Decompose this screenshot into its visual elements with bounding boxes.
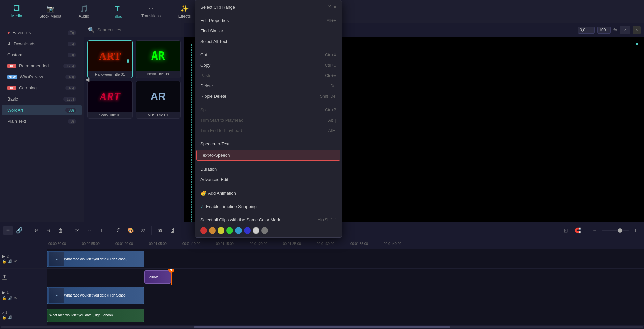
scrollbar-thumb[interactable] [194, 326, 450, 328]
menu-sep-8 [195, 213, 342, 213]
split-shortcut: Ctrl+B [325, 108, 336, 112]
halloween-art-text: ART [99, 50, 121, 62]
audio-mix-button[interactable]: 🎛 [167, 225, 177, 236]
vhs-art-text: AR [150, 90, 166, 103]
downloads-count: (5) [68, 42, 76, 46]
split-label: Split [200, 107, 209, 112]
title-text-button[interactable]: T [97, 225, 107, 236]
prev-arrow-icon[interactable]: ◀ [85, 76, 89, 83]
nav-titles[interactable]: T Titles [104, 2, 131, 22]
ripple-button[interactable]: ⌁ [85, 225, 95, 236]
cut-shortcut: Ctrl+X [325, 53, 336, 57]
nav-audio[interactable]: 🎵 Audio [70, 2, 97, 22]
adjust-button[interactable]: ⚖ [138, 225, 148, 236]
cut-button[interactable]: ✂ [72, 225, 83, 236]
timer-button[interactable]: ⏱ [114, 225, 124, 236]
color-swatch-red[interactable] [200, 227, 207, 234]
menu-ripple-delete[interactable]: Ripple Delete Shift+Del [195, 91, 342, 102]
heart-icon: ♥ [7, 30, 10, 35]
color-swatch-white[interactable] [253, 227, 259, 234]
title-card-scary[interactable]: ART Scary Title 01 [87, 81, 133, 119]
play-icon-2[interactable]: ▶ [2, 254, 5, 259]
color-swatch-cyan[interactable] [235, 227, 242, 234]
io-button[interactable]: io [620, 26, 630, 34]
color-swatch-green[interactable] [226, 227, 233, 234]
magnet-icon[interactable]: 🧲 [573, 225, 583, 236]
audio-waveform-button[interactable]: ≋ [155, 225, 165, 236]
snap-icon[interactable]: ⊡ [560, 225, 571, 236]
menu-copy[interactable]: Copy Ctrl+C [195, 60, 342, 70]
menu-edit-properties[interactable]: Edit Properties Alt+E [195, 15, 342, 26]
sidebar-item-camping[interactable]: HOT Camping (46) [2, 83, 82, 93]
sidebar-item-recommended[interactable]: HOT Recommended (176) [2, 61, 82, 71]
sidebar-item-whatsnew[interactable]: NEW What's New (40) [2, 72, 82, 82]
menu-speech-to-text[interactable]: Speech-to-Text [195, 139, 342, 149]
menu-delete[interactable]: Delete Del [195, 81, 342, 91]
title-card-halloween[interactable]: ART ⬇ Halloween Title 01 [87, 40, 133, 78]
nav-transitions[interactable]: ↔ Transitions [138, 2, 164, 22]
eye-icon-2[interactable]: 👁 [14, 259, 18, 264]
track-row-title: T Hallow [0, 269, 644, 285]
nav-transitions-label: Transitions [141, 14, 161, 18]
zoom-out-button[interactable]: − [590, 225, 600, 236]
volume-icon-2[interactable]: 🔊 [8, 259, 13, 264]
favorites-count: (0) [68, 30, 76, 35]
menu-enable-snapping[interactable]: ✓ Enable Timeline Snapping [195, 201, 342, 212]
menu-select-all-text[interactable]: Select All Text [195, 36, 342, 47]
play-icon-1[interactable]: ▶ [2, 290, 5, 295]
lock-icon-2[interactable]: 🔒 [2, 259, 7, 264]
track-clip-video-2[interactable]: ▶ What race wouldn't you date (High Scho… [47, 251, 144, 267]
menu-trim-start: Trim Start to Playhead Alt+[ [195, 115, 342, 125]
add-track-button[interactable]: + [3, 226, 13, 235]
sidebar-item-basic[interactable]: Basic (177) [2, 94, 82, 104]
title-track-icon: T [2, 274, 7, 280]
menu-text-to-speech[interactable]: Text-to-Speech [196, 150, 340, 161]
track-clip-audio[interactable]: What race wouldn't you date (High School… [47, 309, 144, 322]
redo-button[interactable]: ↪ [43, 225, 53, 236]
color-swatch-gray[interactable] [261, 227, 268, 234]
zoom-in-button[interactable]: + [631, 225, 641, 236]
volume-icon-1[interactable]: 🔊 [8, 296, 13, 300]
search-input[interactable] [97, 27, 180, 32]
sidebar-item-favorites[interactable]: ♥ Favorites (0) [2, 27, 82, 38]
link-icon[interactable]: 🔗 [15, 226, 24, 235]
scrollbar-track[interactable] [1, 326, 643, 328]
sidebar-item-custom[interactable]: Custom (0) [2, 50, 82, 60]
resize-handle-tr[interactable] [636, 43, 638, 45]
scale-input[interactable]: 100 [597, 27, 611, 34]
menu-duration[interactable]: Duration [195, 164, 342, 174]
menu-advanced-edit[interactable]: Advanced Edit [195, 174, 342, 185]
undo-button[interactable]: ↩ [31, 225, 41, 236]
menu-sep-1 [195, 14, 342, 14]
track-clip-video-1[interactable]: ▶ What race wouldn't you date (High Scho… [47, 287, 144, 304]
lock-icon-1[interactable]: 🔒 [2, 296, 7, 300]
menu-cut[interactable]: Cut Ctrl+X [195, 50, 342, 60]
menu-select-clip-range[interactable]: Select Clip Range X × [195, 2, 342, 12]
track-clip-title[interactable]: Hallow [144, 270, 171, 284]
color-swatch-blue[interactable] [244, 227, 251, 234]
color-swatch-orange[interactable] [209, 227, 216, 234]
eye-icon-1[interactable]: 👁 [14, 296, 18, 300]
zoom-slider[interactable] [602, 230, 629, 231]
menu-select-same-color[interactable]: Select all Clips with the Same Color Mar… [195, 215, 342, 225]
nav-effects[interactable]: ✨ Effects [171, 2, 198, 22]
close-menu-icon[interactable]: × [334, 4, 336, 10]
color-swatch-yellow[interactable] [218, 227, 224, 234]
menu-add-animation[interactable]: 👑 Add Animation [195, 188, 342, 198]
color-mark-button[interactable]: 🎨 [126, 225, 136, 236]
lock-icon-audio[interactable]: 🔒 [2, 315, 7, 320]
nav-media[interactable]: 🎞 Media [3, 2, 30, 22]
sidebar-item-plaintext[interactable]: Plain Text (8) [2, 116, 82, 126]
volume-icon-audio[interactable]: 🔊 [8, 315, 13, 320]
delete-button[interactable]: 🗑 [55, 225, 65, 236]
nav-stock-media[interactable]: 📷 Stock Media [37, 2, 64, 22]
x-coord-input[interactable]: 0,0 [578, 27, 595, 34]
timeline-scrollbar[interactable] [0, 325, 644, 329]
sidebar-item-wordart[interactable]: WordArt (88) [2, 105, 82, 115]
title-card-vhs[interactable]: AR VHS Title 01 [136, 81, 181, 119]
title-card-neon[interactable]: AR Neon Title 08 [136, 40, 181, 78]
track-label-title: T [0, 269, 47, 285]
menu-find-similar[interactable]: Find Similar [195, 26, 342, 36]
close-button[interactable]: × [633, 26, 641, 34]
sidebar-item-downloads[interactable]: ⬇ Downloads (5) [2, 39, 82, 49]
